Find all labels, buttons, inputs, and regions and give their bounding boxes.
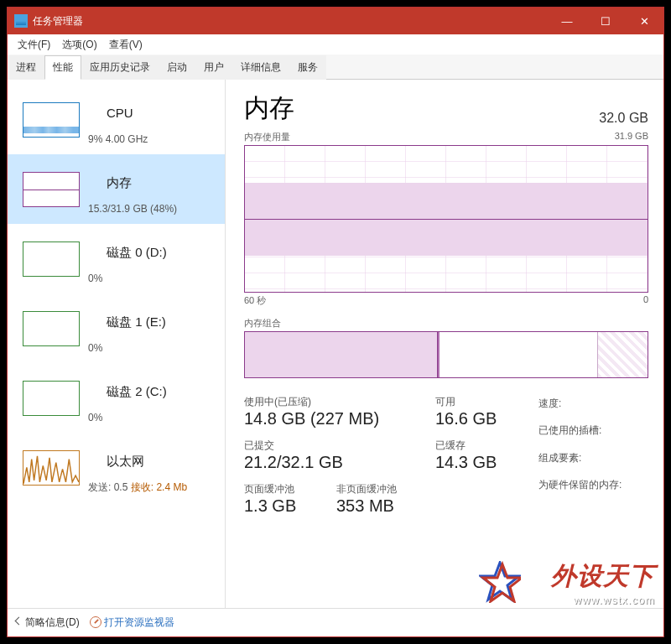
cached-value: 14.3 GB	[435, 453, 532, 472]
cpu-title: CPU	[88, 93, 148, 133]
inuse-label: 使用中(已压缩)	[244, 395, 429, 409]
sidebar: CPU 9% 4.00 GHz 内存 15.3/31.9 GB (48%) 磁盘…	[8, 80, 226, 608]
memory-capacity: 32.0 GB	[599, 111, 648, 126]
disk-thumb-icon	[23, 381, 80, 416]
memory-title: 内存	[88, 163, 177, 203]
memory-composition-chart[interactable]	[244, 331, 648, 378]
sidebar-item-ethernet[interactable]: 以太网 发送: 0.5 接收: 2.4 Mb	[8, 433, 225, 502]
minimize-button[interactable]: —	[548, 8, 586, 34]
tab-users[interactable]: 用户	[195, 55, 232, 80]
ethernet-thumb-icon	[23, 450, 80, 486]
disk2-sub: 0%	[88, 412, 182, 425]
main-panel: 内存 32.0 GB 内存使用量 31.9 GB 60 秒 0 内存组合 使用中…	[226, 80, 663, 608]
close-button[interactable]: ✕	[625, 8, 663, 34]
inuse-value: 14.8 GB (227 MB)	[244, 409, 429, 428]
fewer-details-button[interactable]: 简略信息(D)	[16, 615, 80, 630]
disk0-title: 磁盘 0 (D:)	[88, 232, 182, 273]
commit-value: 21.2/32.1 GB	[244, 453, 429, 472]
info-speed: 速度:	[538, 395, 648, 412]
tab-app-history[interactable]: 应用历史记录	[81, 55, 159, 80]
net-title: 以太网	[88, 441, 187, 481]
menubar: 文件(F) 选项(O) 查看(V)	[8, 34, 663, 55]
window-title: 任务管理器	[33, 14, 548, 29]
task-manager-window: 任务管理器 — ☐ ✕ 文件(F) 选项(O) 查看(V) 进程 性能 应用历史…	[7, 7, 664, 637]
sidebar-item-cpu[interactable]: CPU 9% 4.00 GHz	[8, 85, 225, 154]
info-slots: 已使用的插槽:	[538, 422, 648, 439]
commit-label: 已提交	[244, 439, 429, 453]
tab-performance[interactable]: 性能	[44, 55, 81, 80]
paged-value: 1.3 GB	[244, 496, 336, 516]
cpu-sub: 9% 4.00 GHz	[88, 133, 148, 147]
menu-view[interactable]: 查看(V)	[104, 35, 148, 55]
avail-value: 16.6 GB	[435, 409, 532, 428]
resmon-icon	[90, 616, 101, 628]
footer: 简略信息(D) 打开资源监视器	[8, 608, 663, 636]
disk0-sub: 0%	[88, 273, 182, 286]
disk1-sub: 0%	[88, 342, 181, 356]
content: CPU 9% 4.00 GHz 内存 15.3/31.9 GB (48%) 磁盘…	[8, 80, 663, 608]
disk-thumb-icon	[23, 311, 80, 346]
x-left: 60 秒	[244, 294, 266, 307]
tab-startup[interactable]: 启动	[159, 55, 195, 80]
watermark-star-icon	[479, 561, 521, 603]
menu-file[interactable]: 文件(F)	[13, 35, 55, 55]
cached-label: 已缓存	[435, 439, 532, 453]
menu-options[interactable]: 选项(O)	[57, 35, 101, 55]
paged-label: 页面缓冲池	[244, 482, 336, 496]
chevron-up-icon	[15, 617, 23, 626]
memory-usage-chart[interactable]	[244, 145, 648, 293]
avail-label: 可用	[435, 395, 532, 409]
usage-max: 31.9 GB	[615, 131, 648, 143]
disk-thumb-icon	[23, 242, 80, 277]
tab-services[interactable]: 服务	[289, 55, 326, 80]
usage-label: 内存使用量	[244, 131, 290, 143]
page-title: 内存	[244, 91, 294, 126]
tabbar: 进程 性能 应用历史记录 启动 用户 详细信息 服务	[8, 55, 663, 80]
tab-details[interactable]: 详细信息	[232, 55, 289, 80]
sidebar-item-memory[interactable]: 内存 15.3/31.9 GB (48%)	[8, 154, 225, 224]
info-form: 组成要素:	[538, 449, 648, 466]
info-reserved: 为硬件保留的内存:	[538, 476, 648, 493]
composition-label: 内存组合	[244, 317, 648, 330]
nonpaged-value: 353 MB	[336, 496, 429, 516]
disk2-title: 磁盘 2 (C:)	[88, 371, 182, 412]
titlebar[interactable]: 任务管理器 — ☐ ✕	[8, 8, 663, 34]
memory-sub: 15.3/31.9 GB (48%)	[88, 203, 177, 216]
x-right: 0	[643, 294, 648, 307]
open-resmon-link[interactable]: 打开资源监视器	[90, 615, 174, 630]
sidebar-item-disk1[interactable]: 磁盘 1 (E:) 0%	[8, 293, 225, 363]
net-sub: 发送: 0.5 接收: 2.4 Mb	[88, 481, 187, 495]
maximize-button[interactable]: ☐	[586, 8, 625, 34]
app-icon	[14, 14, 28, 28]
cpu-thumb-icon	[23, 102, 80, 138]
sidebar-item-disk2[interactable]: 磁盘 2 (C:) 0%	[8, 363, 225, 433]
tab-processes[interactable]: 进程	[8, 55, 44, 80]
nonpaged-label: 非页面缓冲池	[336, 482, 429, 496]
sidebar-item-disk0[interactable]: 磁盘 0 (D:) 0%	[8, 224, 225, 293]
disk1-title: 磁盘 1 (E:)	[88, 302, 181, 342]
memory-thumb-icon	[23, 172, 80, 207]
